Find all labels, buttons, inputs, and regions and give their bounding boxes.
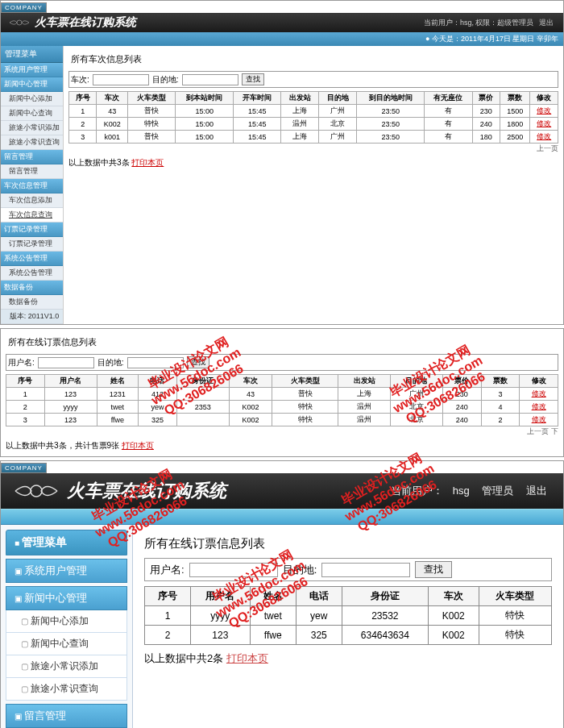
table-header: 身份证 [342, 587, 428, 606]
sidebar-item[interactable]: 新闻中心添加 [6, 610, 127, 633]
table-cell [176, 388, 229, 401]
search-train-input[interactable] [93, 74, 149, 85]
booking-table: 序号用户名姓名电话身份证车次火车类型出发站目的地票价票数修改 112312314… [6, 374, 558, 426]
table-header: 票数 [481, 375, 520, 388]
search-button[interactable]: 查找 [242, 73, 264, 85]
sidebar-item[interactable]: 数据备份 [1, 295, 63, 310]
sidebar-category[interactable]: 新闻中心管理 [1, 77, 63, 92]
header-info-big: 当前用户：hsg 管理员 退出 [386, 484, 552, 498]
sidebar-item[interactable]: 新闻中心查询 [6, 633, 127, 655]
table-header: 车次 [97, 92, 128, 105]
logout-big[interactable]: 退出 [526, 485, 547, 497]
big-table: 序号用户名姓名电话身份证车次火车类型 1yyyytwetyew23532K002… [144, 586, 552, 645]
table-header: 用户名 [191, 587, 251, 606]
big-summary: 以上数据中共2条 打印本页 [144, 651, 552, 666]
search-dest-input2[interactable] [127, 357, 184, 368]
layout-small: 管理菜单 系统用户管理新闻中心管理新闻中心添加新闻中心查询旅途小常识添加旅途小常… [1, 46, 563, 324]
table-header: 火车类型 [479, 587, 551, 606]
table-cell: 2353 [176, 401, 229, 414]
logout-link[interactable]: 退出 [539, 19, 554, 27]
table-row: 2yyyytwetyew2353K002特快温州北京2404修改 [6, 401, 558, 414]
user-label-big: 当前用户： [391, 485, 443, 497]
sidebar-item[interactable]: 车次信息添加 [1, 193, 63, 208]
print-link[interactable]: 打印本页 [131, 158, 164, 167]
sidebar-item[interactable]: 旅途小常识查询 [1, 135, 63, 150]
edit-link[interactable]: 修改 [532, 389, 546, 397]
sidebar-item[interactable]: 订票记录管理 [1, 237, 63, 252]
sidebar-category[interactable]: 留言管理 [1, 150, 63, 164]
date-text: 今天是：2011年4月17日 星期日 辛卯年 [432, 35, 558, 43]
sidebar-category[interactable]: 留言管理 [6, 704, 127, 728]
table-cell: K002 [428, 626, 479, 645]
table-header: 目的地 [319, 92, 357, 105]
sidebar-category[interactable]: 系统公告管理 [1, 252, 63, 266]
table-header: 用户名 [44, 375, 97, 388]
sidebar-item[interactable]: 车次信息查询 [1, 208, 63, 223]
table-cell: 15:00 [176, 105, 234, 118]
table-row: 1yyyytwetyew23532K002特快 [145, 606, 552, 626]
company-tag2: COMPANY [1, 463, 47, 473]
table-cell: yew [139, 401, 177, 414]
table-cell: 412 [139, 388, 177, 401]
sidebar-category[interactable]: 数据备份 [1, 281, 63, 295]
sidebar-category[interactable]: 车次信息管理 [1, 179, 63, 193]
table-header: 修改 [520, 375, 558, 388]
sidebar-item[interactable]: 旅途小常识添加 [1, 121, 63, 135]
table-header: 电话 [296, 587, 342, 606]
table-cell: 43 [97, 105, 128, 118]
table-header: 票价 [472, 92, 500, 105]
booking-pager[interactable]: 上一页 下 [6, 426, 558, 437]
search-button2[interactable]: 查找 [187, 356, 209, 368]
sidebar-item[interactable]: 旅途小常识添加 [6, 655, 127, 678]
sidebar-item[interactable]: 新闻中心添加 [1, 92, 63, 106]
table-cell: 1800 [500, 118, 530, 131]
print-link2[interactable]: 打印本页 [122, 441, 154, 450]
table-cell: 广州 [391, 388, 443, 401]
table-header: 序号 [6, 375, 45, 388]
table-cell: 特快 [479, 606, 551, 626]
sidebar-category[interactable]: 系统用户管理 [6, 559, 127, 583]
sidebar-item[interactable]: 留言管理 [1, 164, 63, 179]
table-cell: 3 [6, 414, 45, 426]
big-summary-text: 以上数据中共2条 [144, 652, 223, 664]
table-cell: 修改 [520, 414, 558, 426]
table-cell: 修改 [520, 401, 558, 414]
edit-link[interactable]: 修改 [532, 415, 546, 423]
search-dest-input-big[interactable] [321, 563, 410, 577]
table-cell: ffwe [250, 626, 296, 645]
panel-top: COMPANY 火车票在线订购系统 当前用户：hsg, 权限：超级管理员 退出 … [0, 0, 564, 325]
edit-link[interactable]: 修改 [537, 132, 551, 140]
search-user-input[interactable] [38, 357, 94, 368]
table-header: 票价 [442, 375, 481, 388]
table-cell: 240 [472, 118, 500, 131]
table-cell: 上海 [281, 131, 319, 144]
table-row: 143普快15:0015:45上海广州23:50有2301500修改 [69, 105, 558, 118]
table-cell: 1 [145, 606, 191, 626]
table-header: 有无座位 [425, 92, 472, 105]
sidebar-item[interactable]: 系统公告管理 [1, 266, 63, 281]
table-cell: 修改 [520, 388, 558, 401]
sidebar-category[interactable]: 系统用户管理 [1, 63, 63, 77]
edit-link[interactable]: 修改 [532, 402, 546, 410]
blue-bar [1, 509, 563, 525]
print-link-big[interactable]: 打印本页 [226, 652, 268, 664]
train-pager[interactable]: 上一页 [68, 144, 558, 154]
sidebar-item[interactable]: 新闻中心查询 [1, 106, 63, 121]
sidebar-category[interactable]: 订票记录管理 [1, 223, 63, 237]
table-cell: 温州 [338, 414, 391, 426]
table-header: 修改 [530, 92, 558, 105]
table-header: 出发站 [281, 92, 319, 105]
table-header: 出发站 [338, 375, 391, 388]
edit-link[interactable]: 修改 [537, 106, 551, 114]
search-button-big[interactable]: 查找 [415, 561, 452, 578]
table-cell: K002 [428, 606, 479, 626]
table-row: 2123ffwe325634643634K002特快 [145, 626, 552, 645]
sidebar-item[interactable]: 旅途小常识查询 [6, 678, 127, 701]
sidebar-small: 管理菜单 系统用户管理新闻中心管理新闻中心添加新闻中心查询旅途小常识添加旅途小常… [1, 46, 64, 324]
search-dest-input[interactable] [182, 74, 238, 85]
edit-link[interactable]: 修改 [537, 119, 551, 127]
search-user-input-big[interactable] [189, 563, 278, 577]
table-cell: 123 [44, 388, 97, 401]
table-cell: 温州 [338, 401, 391, 414]
sidebar-category[interactable]: 新闻中心管理 [6, 586, 127, 610]
